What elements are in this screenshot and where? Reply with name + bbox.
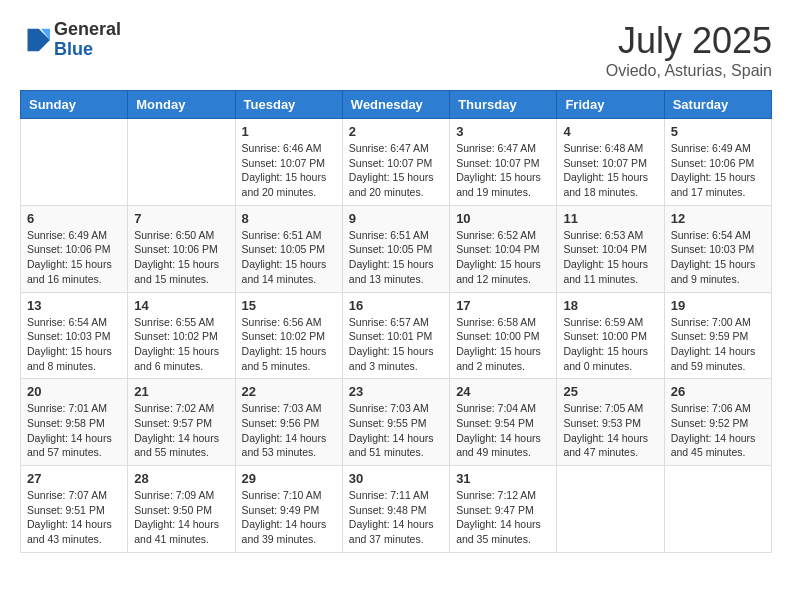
calendar-cell: 15Sunrise: 6:56 AM Sunset: 10:02 PM Dayl… bbox=[235, 292, 342, 379]
calendar-cell: 5Sunrise: 6:49 AM Sunset: 10:06 PM Dayli… bbox=[664, 119, 771, 206]
calendar-cell bbox=[21, 119, 128, 206]
calendar-header-sunday: Sunday bbox=[21, 91, 128, 119]
calendar-cell: 21Sunrise: 7:02 AM Sunset: 9:57 PM Dayli… bbox=[128, 379, 235, 466]
day-number: 22 bbox=[242, 384, 336, 399]
day-number: 15 bbox=[242, 298, 336, 313]
day-info: Sunrise: 6:58 AM Sunset: 10:00 PM Daylig… bbox=[456, 315, 550, 374]
calendar-cell: 1Sunrise: 6:46 AM Sunset: 10:07 PM Dayli… bbox=[235, 119, 342, 206]
location: Oviedo, Asturias, Spain bbox=[606, 62, 772, 80]
calendar-cell: 25Sunrise: 7:05 AM Sunset: 9:53 PM Dayli… bbox=[557, 379, 664, 466]
day-info: Sunrise: 6:53 AM Sunset: 10:04 PM Daylig… bbox=[563, 228, 657, 287]
header: General Blue July 2025 Oviedo, Asturias,… bbox=[20, 20, 772, 80]
calendar-cell: 12Sunrise: 6:54 AM Sunset: 10:03 PM Dayl… bbox=[664, 205, 771, 292]
day-number: 25 bbox=[563, 384, 657, 399]
day-info: Sunrise: 6:49 AM Sunset: 10:06 PM Daylig… bbox=[27, 228, 121, 287]
calendar-cell: 9Sunrise: 6:51 AM Sunset: 10:05 PM Dayli… bbox=[342, 205, 449, 292]
logo-general: General bbox=[54, 20, 121, 40]
day-number: 12 bbox=[671, 211, 765, 226]
calendar-header-thursday: Thursday bbox=[450, 91, 557, 119]
month-year: July 2025 bbox=[606, 20, 772, 62]
day-number: 4 bbox=[563, 124, 657, 139]
day-info: Sunrise: 7:11 AM Sunset: 9:48 PM Dayligh… bbox=[349, 488, 443, 547]
calendar-cell: 3Sunrise: 6:47 AM Sunset: 10:07 PM Dayli… bbox=[450, 119, 557, 206]
day-info: Sunrise: 6:57 AM Sunset: 10:01 PM Daylig… bbox=[349, 315, 443, 374]
day-number: 27 bbox=[27, 471, 121, 486]
day-info: Sunrise: 7:12 AM Sunset: 9:47 PM Dayligh… bbox=[456, 488, 550, 547]
day-number: 29 bbox=[242, 471, 336, 486]
calendar-cell bbox=[128, 119, 235, 206]
day-info: Sunrise: 7:07 AM Sunset: 9:51 PM Dayligh… bbox=[27, 488, 121, 547]
page-container: General Blue July 2025 Oviedo, Asturias,… bbox=[20, 20, 772, 553]
calendar-week-3: 13Sunrise: 6:54 AM Sunset: 10:03 PM Dayl… bbox=[21, 292, 772, 379]
day-number: 18 bbox=[563, 298, 657, 313]
title-block: July 2025 Oviedo, Asturias, Spain bbox=[606, 20, 772, 80]
day-info: Sunrise: 6:47 AM Sunset: 10:07 PM Daylig… bbox=[349, 141, 443, 200]
day-info: Sunrise: 7:10 AM Sunset: 9:49 PM Dayligh… bbox=[242, 488, 336, 547]
calendar-cell: 13Sunrise: 6:54 AM Sunset: 10:03 PM Dayl… bbox=[21, 292, 128, 379]
day-number: 6 bbox=[27, 211, 121, 226]
calendar-week-5: 27Sunrise: 7:07 AM Sunset: 9:51 PM Dayli… bbox=[21, 466, 772, 553]
calendar-cell: 14Sunrise: 6:55 AM Sunset: 10:02 PM Dayl… bbox=[128, 292, 235, 379]
day-number: 1 bbox=[242, 124, 336, 139]
logo-text: General Blue bbox=[54, 20, 121, 60]
logo: General Blue bbox=[20, 20, 121, 60]
calendar-cell: 22Sunrise: 7:03 AM Sunset: 9:56 PM Dayli… bbox=[235, 379, 342, 466]
calendar-cell: 8Sunrise: 6:51 AM Sunset: 10:05 PM Dayli… bbox=[235, 205, 342, 292]
day-number: 2 bbox=[349, 124, 443, 139]
calendar-cell: 27Sunrise: 7:07 AM Sunset: 9:51 PM Dayli… bbox=[21, 466, 128, 553]
day-number: 20 bbox=[27, 384, 121, 399]
calendar-header-tuesday: Tuesday bbox=[235, 91, 342, 119]
logo-icon bbox=[20, 25, 50, 55]
calendar-header-wednesday: Wednesday bbox=[342, 91, 449, 119]
day-info: Sunrise: 7:03 AM Sunset: 9:56 PM Dayligh… bbox=[242, 401, 336, 460]
calendar-week-4: 20Sunrise: 7:01 AM Sunset: 9:58 PM Dayli… bbox=[21, 379, 772, 466]
calendar-week-2: 6Sunrise: 6:49 AM Sunset: 10:06 PM Dayli… bbox=[21, 205, 772, 292]
day-info: Sunrise: 7:04 AM Sunset: 9:54 PM Dayligh… bbox=[456, 401, 550, 460]
day-number: 7 bbox=[134, 211, 228, 226]
calendar-cell bbox=[557, 466, 664, 553]
calendar-week-1: 1Sunrise: 6:46 AM Sunset: 10:07 PM Dayli… bbox=[21, 119, 772, 206]
day-info: Sunrise: 6:51 AM Sunset: 10:05 PM Daylig… bbox=[242, 228, 336, 287]
day-info: Sunrise: 6:49 AM Sunset: 10:06 PM Daylig… bbox=[671, 141, 765, 200]
day-info: Sunrise: 7:00 AM Sunset: 9:59 PM Dayligh… bbox=[671, 315, 765, 374]
calendar-cell: 26Sunrise: 7:06 AM Sunset: 9:52 PM Dayli… bbox=[664, 379, 771, 466]
day-info: Sunrise: 6:55 AM Sunset: 10:02 PM Daylig… bbox=[134, 315, 228, 374]
day-info: Sunrise: 7:02 AM Sunset: 9:57 PM Dayligh… bbox=[134, 401, 228, 460]
day-info: Sunrise: 7:01 AM Sunset: 9:58 PM Dayligh… bbox=[27, 401, 121, 460]
day-info: Sunrise: 6:59 AM Sunset: 10:00 PM Daylig… bbox=[563, 315, 657, 374]
day-number: 23 bbox=[349, 384, 443, 399]
day-number: 13 bbox=[27, 298, 121, 313]
day-number: 21 bbox=[134, 384, 228, 399]
day-number: 10 bbox=[456, 211, 550, 226]
day-number: 8 bbox=[242, 211, 336, 226]
logo-blue: Blue bbox=[54, 40, 121, 60]
calendar-cell: 17Sunrise: 6:58 AM Sunset: 10:00 PM Dayl… bbox=[450, 292, 557, 379]
calendar-cell: 10Sunrise: 6:52 AM Sunset: 10:04 PM Dayl… bbox=[450, 205, 557, 292]
calendar-cell: 30Sunrise: 7:11 AM Sunset: 9:48 PM Dayli… bbox=[342, 466, 449, 553]
day-number: 30 bbox=[349, 471, 443, 486]
day-number: 26 bbox=[671, 384, 765, 399]
calendar-cell: 29Sunrise: 7:10 AM Sunset: 9:49 PM Dayli… bbox=[235, 466, 342, 553]
calendar-cell: 11Sunrise: 6:53 AM Sunset: 10:04 PM Dayl… bbox=[557, 205, 664, 292]
calendar-header-friday: Friday bbox=[557, 91, 664, 119]
calendar-cell: 20Sunrise: 7:01 AM Sunset: 9:58 PM Dayli… bbox=[21, 379, 128, 466]
calendar-cell: 28Sunrise: 7:09 AM Sunset: 9:50 PM Dayli… bbox=[128, 466, 235, 553]
day-number: 11 bbox=[563, 211, 657, 226]
day-info: Sunrise: 6:56 AM Sunset: 10:02 PM Daylig… bbox=[242, 315, 336, 374]
calendar-cell: 23Sunrise: 7:03 AM Sunset: 9:55 PM Dayli… bbox=[342, 379, 449, 466]
day-info: Sunrise: 7:06 AM Sunset: 9:52 PM Dayligh… bbox=[671, 401, 765, 460]
calendar-cell: 6Sunrise: 6:49 AM Sunset: 10:06 PM Dayli… bbox=[21, 205, 128, 292]
calendar-cell: 16Sunrise: 6:57 AM Sunset: 10:01 PM Dayl… bbox=[342, 292, 449, 379]
day-info: Sunrise: 7:09 AM Sunset: 9:50 PM Dayligh… bbox=[134, 488, 228, 547]
calendar-cell: 18Sunrise: 6:59 AM Sunset: 10:00 PM Dayl… bbox=[557, 292, 664, 379]
day-info: Sunrise: 6:54 AM Sunset: 10:03 PM Daylig… bbox=[27, 315, 121, 374]
day-info: Sunrise: 7:03 AM Sunset: 9:55 PM Dayligh… bbox=[349, 401, 443, 460]
day-info: Sunrise: 6:47 AM Sunset: 10:07 PM Daylig… bbox=[456, 141, 550, 200]
calendar-cell: 31Sunrise: 7:12 AM Sunset: 9:47 PM Dayli… bbox=[450, 466, 557, 553]
day-info: Sunrise: 6:54 AM Sunset: 10:03 PM Daylig… bbox=[671, 228, 765, 287]
day-info: Sunrise: 6:51 AM Sunset: 10:05 PM Daylig… bbox=[349, 228, 443, 287]
calendar-cell: 4Sunrise: 6:48 AM Sunset: 10:07 PM Dayli… bbox=[557, 119, 664, 206]
calendar-header-row: SundayMondayTuesdayWednesdayThursdayFrid… bbox=[21, 91, 772, 119]
day-info: Sunrise: 7:05 AM Sunset: 9:53 PM Dayligh… bbox=[563, 401, 657, 460]
day-number: 24 bbox=[456, 384, 550, 399]
